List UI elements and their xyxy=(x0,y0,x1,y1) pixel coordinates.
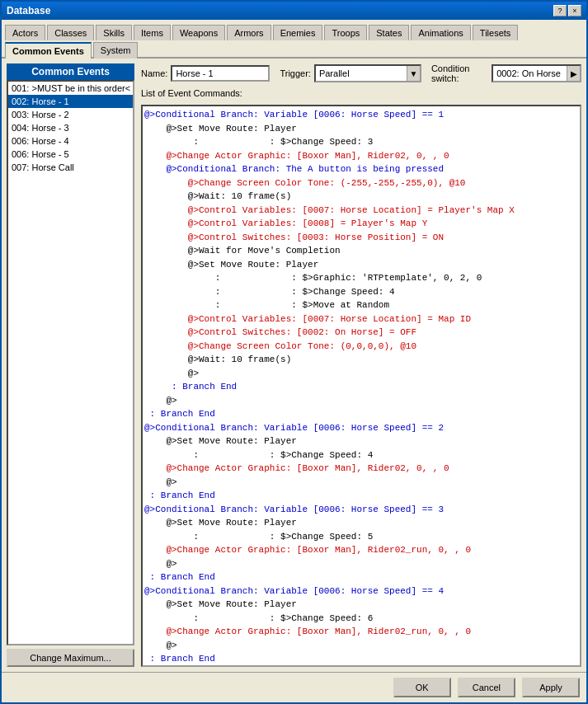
close-button[interactable]: × xyxy=(568,5,581,16)
tab-tilesets[interactable]: Tilesets xyxy=(473,25,519,40)
event-command-line: @>Control Variables: [0008] = Player's M… xyxy=(144,217,578,231)
event-command-line: @>Change Actor Graphic: [Boxor Man], Rid… xyxy=(144,625,578,639)
condition-arrow[interactable]: ▶ xyxy=(567,66,580,81)
help-button[interactable]: ? xyxy=(553,5,567,16)
event-command-line: @>Control Switches: [0003: Horse Positio… xyxy=(144,231,578,245)
event-command-line: @>Conditional Branch: The A button is be… xyxy=(144,162,578,176)
event-command-line: @>Set Move Route: Player xyxy=(144,434,578,448)
list-item[interactable]: 006: Horse - 5 xyxy=(8,148,133,161)
event-command-line: @>Change Actor Graphic: [Boxor Man], Rid… xyxy=(144,149,578,163)
trigger-label: Trigger: xyxy=(280,68,311,78)
tab-weapons[interactable]: Weapons xyxy=(172,25,225,40)
tab-actors[interactable]: Actors xyxy=(5,25,45,40)
form-row: Name: Trigger: Parallel ▼ Condition swit… xyxy=(141,63,581,83)
tabs-bar: Actors Classes Skills Items Weapons Armo… xyxy=(2,20,586,59)
tab-enemies[interactable]: Enemies xyxy=(273,25,323,40)
event-command-line: @>Set Move Route: Player xyxy=(144,516,578,530)
change-maximum-button[interactable]: Change Maximum... xyxy=(7,649,134,667)
event-command-line: @>Change Screen Color Tone: (0,0,0,0), @… xyxy=(144,340,578,354)
event-command-line: @> xyxy=(144,476,578,490)
event-command-line: @>Set Move Route: Player xyxy=(144,258,578,272)
tab-items[interactable]: Items xyxy=(134,25,171,40)
condition-group: Condition switch: 0002: On Horse ▶ xyxy=(431,63,581,83)
event-command-line: @>Change Actor Graphic: [Boxor Man], Rid… xyxy=(144,462,578,476)
event-command-line: @>Wait: 10 frame(s) xyxy=(144,353,578,367)
event-command-line: @>Wait: 10 frame(s) xyxy=(144,190,578,204)
trigger-dropdown[interactable]: Parallel ▼ xyxy=(314,64,421,82)
event-command-line: : : $>Graphic: 'RTPtemplate', 0, 2, 0 xyxy=(144,271,578,285)
event-command-line: : : $>Change Speed: 4 xyxy=(144,448,578,462)
list-item[interactable]: 003: Horse - 2 xyxy=(8,108,133,121)
window-title: Database xyxy=(7,5,50,16)
event-command-line: @>Wait: 1 frame(s) xyxy=(144,666,578,668)
condition-dropdown[interactable]: 0002: On Horse ▶ xyxy=(492,64,581,82)
left-panel-title: Common Events xyxy=(7,63,134,80)
apply-button[interactable]: Apply xyxy=(522,678,580,697)
event-command-line: @>Conditional Branch: Variable [0006: Ho… xyxy=(144,584,578,598)
title-bar: Database ? × xyxy=(2,2,586,20)
event-command-line: @>Conditional Branch: Variable [0006: Ho… xyxy=(144,421,578,435)
event-command-line: : Branch End xyxy=(144,570,578,584)
event-command-line: @> xyxy=(144,639,578,653)
event-command-line: : : $>Change Speed: 3 xyxy=(144,135,578,149)
event-list[interactable]: 001: >MUST be in this order< 002: Horse … xyxy=(7,80,134,645)
condition-label: Condition switch: xyxy=(431,63,488,83)
event-list-label: List of Event Commands: xyxy=(141,88,581,98)
bottom-bar: OK Cancel Apply xyxy=(2,672,586,702)
trigger-group: Trigger: Parallel ▼ xyxy=(280,64,421,82)
event-command-line: @>Conditional Branch: Variable [0006: Ho… xyxy=(144,108,578,122)
event-command-line: : Branch End xyxy=(144,380,578,394)
event-commands-box[interactable]: @>Conditional Branch: Variable [0006: Ho… xyxy=(141,105,581,667)
database-window: Database ? × Actors Classes Skills Items… xyxy=(0,0,588,704)
name-group: Name: xyxy=(141,65,270,82)
list-item[interactable]: 001: >MUST be in this order< xyxy=(8,82,133,95)
tab-animations[interactable]: Animations xyxy=(411,25,470,40)
event-command-line: @> xyxy=(144,557,578,571)
trigger-value: Parallel xyxy=(316,68,407,78)
event-command-line: @>Control Switches: [0002: On Horse] = O… xyxy=(144,326,578,340)
tab-troops[interactable]: Troops xyxy=(324,25,367,40)
cancel-button[interactable]: Cancel xyxy=(458,678,515,697)
tab-states[interactable]: States xyxy=(369,25,409,40)
event-command-line: @>Wait for Move's Completion xyxy=(144,244,578,258)
content-area: Common Events 001: >MUST be in this orde… xyxy=(2,59,586,672)
list-item[interactable]: 004: Horse - 3 xyxy=(8,121,133,134)
event-command-line: @>Set Move Route: Player xyxy=(144,598,578,612)
tab-armors[interactable]: Armors xyxy=(227,25,270,40)
event-command-line: : Branch End xyxy=(144,489,578,503)
event-command-line: @>Change Actor Graphic: [Boxor Man], Rid… xyxy=(144,543,578,557)
event-command-line: : : $>Move at Random xyxy=(144,298,578,312)
name-label: Name: xyxy=(141,68,167,78)
event-command-line: @>Conditional Branch: Variable [0006: Ho… xyxy=(144,503,578,517)
event-command-line: @> xyxy=(144,394,578,408)
event-command-line: : : $>Change Speed: 5 xyxy=(144,530,578,544)
list-item[interactable]: 007: Horse Call xyxy=(8,161,133,174)
condition-value: 0002: On Horse xyxy=(493,68,567,78)
event-command-line: @>Change Screen Color Tone: (-255,-255,-… xyxy=(144,176,578,190)
right-panel: Name: Trigger: Parallel ▼ Condition swit… xyxy=(141,63,581,667)
event-command-line: : Branch End xyxy=(144,652,578,666)
event-command-line: : : $>Change Speed: 6 xyxy=(144,612,578,626)
event-command-line: : : $>Change Speed: 4 xyxy=(144,285,578,299)
event-command-line: : Branch End xyxy=(144,407,578,421)
event-command-line: @>Control Variables: [0007: Horse Locati… xyxy=(144,204,578,218)
list-item-selected[interactable]: 002: Horse - 1 xyxy=(8,95,133,108)
trigger-arrow[interactable]: ▼ xyxy=(407,66,420,81)
list-item[interactable]: 006: Horse - 4 xyxy=(8,134,133,148)
left-panel: Common Events 001: >MUST be in this orde… xyxy=(7,63,134,667)
name-input[interactable] xyxy=(171,65,270,82)
title-bar-controls: ? × xyxy=(553,5,581,16)
tab-classes[interactable]: Classes xyxy=(47,25,94,40)
tab-skills[interactable]: Skills xyxy=(96,25,132,40)
ok-button[interactable]: OK xyxy=(393,678,451,697)
tab-system[interactable]: System xyxy=(93,42,139,59)
event-command-line: @> xyxy=(144,367,578,381)
event-command-line: @>Set Move Route: Player xyxy=(144,122,578,136)
tab-common-events[interactable]: Common Events xyxy=(5,42,92,59)
event-command-line: @>Control Variables: [0007: Horse Locati… xyxy=(144,312,578,326)
